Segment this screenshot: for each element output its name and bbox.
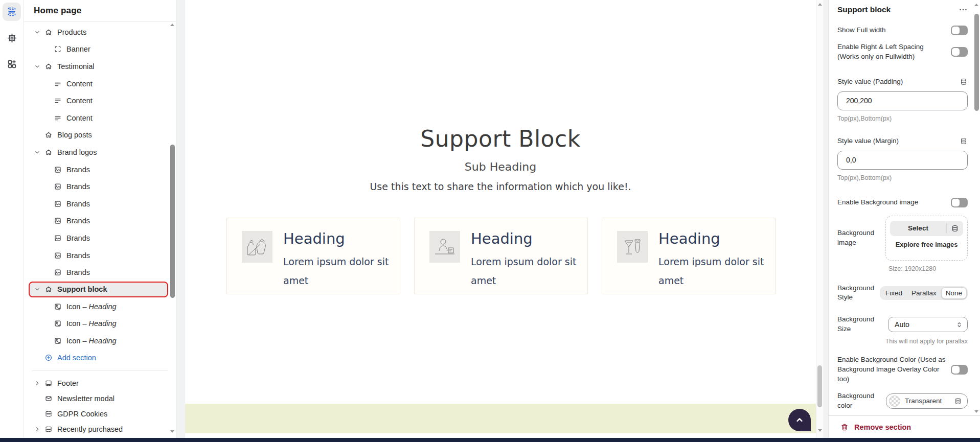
full-width-toggle[interactable] [951,26,968,35]
tree-item-content[interactable]: Content [24,92,176,109]
bg-style-option-fixed[interactable]: Fixed [881,287,907,299]
tree-item-brands[interactable]: Brands [24,161,176,178]
tree-item-icon-heading[interactable]: Icon – Heading [24,298,176,315]
preview-subheading: Sub Heading [185,160,816,173]
tree-divider [32,370,168,371]
tree-item-footer[interactable]: Footer [24,376,176,391]
rail-apps-button[interactable] [3,55,21,73]
tree-item-icon-heading[interactable]: Icon – Heading [24,332,176,350]
bg-size-value: Auto [895,320,909,329]
trash-icon [840,423,849,431]
tree-item-brands[interactable]: Brands [24,178,176,195]
tree-item-brands[interactable]: Brands [24,229,176,247]
support-card: Heading Lorem ipsum dolor sit amet [226,218,400,294]
content-icon [54,114,62,122]
scroll-to-top-button[interactable] [788,409,811,431]
dynamic-source-icon[interactable] [947,224,963,232]
tree-item-label: Content [66,80,93,88]
panel-scrollbar[interactable] [973,0,979,415]
chevron-right-icon[interactable] [33,380,41,387]
bg-image-toggle[interactable] [951,198,968,207]
bg-color-toggle[interactable] [951,365,968,375]
select-label: Select [890,224,946,232]
remove-section-button[interactable]: Remove section [828,415,980,438]
tree-item-sub-label: Heading [89,303,117,311]
sidebar-header: Home page [24,0,176,22]
image-icon [54,182,62,191]
app-rail [0,0,24,438]
tree-item-label: Products [57,28,86,36]
preview-scrollbar[interactable] [816,0,823,438]
tree-item-brands[interactable]: Brands [24,195,176,213]
scroll-up-arrow[interactable] [974,4,978,6]
padding-help: Top(px),Bottom(px) [837,115,968,122]
tree-item-testimonial[interactable]: Testimonial [24,58,176,75]
tree-item-support-block[interactable]: Support block [29,282,168,297]
home-icon [44,62,53,71]
tree-item-label: GDPR Cookies [57,410,107,418]
tree-item-label: Recently purchased [57,425,123,433]
rail-settings-button[interactable] [3,29,21,47]
chevron-down-icon[interactable] [33,286,41,293]
image-icon [54,268,62,276]
tree-item-content[interactable]: Content [24,109,176,127]
preview-scrollbar-thumb[interactable] [817,365,822,407]
explore-free-images-link[interactable]: Explore free images [890,241,963,248]
tree-item-add-section[interactable]: Add section [24,350,176,367]
tree-item-brands[interactable]: Brands [24,264,176,281]
card-body-text: Lorem ipsum dolor sit amet [658,252,768,290]
overflow-menu-button[interactable] [959,5,968,14]
next-section-strip [185,404,816,433]
tree-item-brands[interactable]: Brands [24,213,176,230]
image-icon [54,217,62,225]
chevron-down-icon[interactable] [33,29,41,36]
dynamic-source-icon[interactable] [960,137,968,145]
tree-item-label: Brands [66,251,90,260]
scroll-down-arrow[interactable] [818,429,822,432]
panel-scrollbar-thumb[interactable] [974,14,979,111]
padding-input[interactable] [837,91,968,110]
bg-style-option-none[interactable]: None [941,287,967,299]
scroll-down-arrow[interactable] [170,430,174,433]
scroll-down-arrow[interactable] [974,410,978,413]
support-cards-row: Heading Lorem ipsum dolor sit amet Headi… [226,218,776,294]
scroll-up-arrow[interactable] [818,3,822,6]
tree-item-brands[interactable]: Brands [24,247,176,264]
chevron-down-icon[interactable] [33,149,41,156]
sidebar-scrollbar[interactable] [169,22,175,434]
tree-item-newsletter-modal[interactable]: Newsletter modal [24,391,176,406]
tree-item-banner[interactable]: Banner [24,41,176,58]
tree-item-content[interactable]: Content [24,75,176,92]
image-icon [54,166,62,174]
footer-icon [44,379,53,387]
sidebar-scrollbar-thumb[interactable] [170,145,175,298]
tree-item-label: Brands [66,268,90,276]
tree-item-brand-logos[interactable]: Brand logos [24,144,176,161]
person-illustration [429,231,460,263]
chevron-down-icon[interactable] [33,63,41,70]
home-icon [44,28,53,36]
banner-icon [54,45,62,53]
tree-item-gdpr-cookies[interactable]: GDPR Cookies [24,406,176,422]
margin-input[interactable] [837,151,968,170]
scroll-up-arrow[interactable] [170,24,174,26]
tree-item-recently-purchased[interactable]: Recently purchased [24,422,176,437]
bg-style-option-parallax[interactable]: Parallax [907,287,941,299]
spacing-label: Enable Right & Left Spacing (Works only … [837,42,947,62]
bg-size-select[interactable]: Auto [888,317,968,332]
chevron-up-icon [794,415,805,425]
dynamic-source-icon[interactable] [954,397,962,405]
bg-color-picker[interactable]: Transparent [886,393,968,409]
tree-item-products[interactable]: Products [24,24,176,41]
tree-item-blog-posts[interactable]: Blog posts [24,127,176,144]
rail-sections-button[interactable] [3,3,21,21]
select-arrows-icon [955,321,963,329]
select-image-button[interactable]: Select [890,221,963,236]
dynamic-source-icon[interactable] [960,78,968,86]
tree-item-label: Testimonial [57,62,95,71]
chevron-right-icon[interactable] [33,426,41,433]
spacing-toggle[interactable] [951,47,968,57]
tree-item-label: Brands [66,200,90,208]
tree-item-icon-heading[interactable]: Icon – Heading [24,315,176,333]
sections-icon [6,6,17,17]
